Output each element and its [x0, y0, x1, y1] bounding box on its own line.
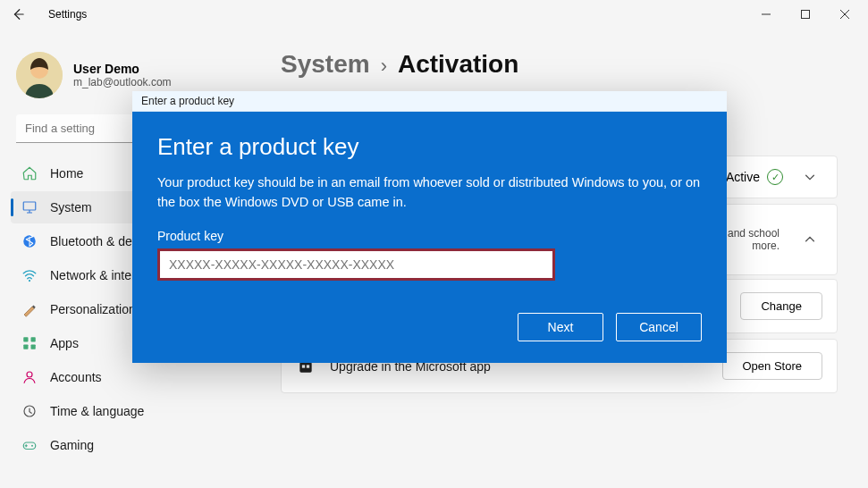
gaming-icon: [21, 437, 38, 453]
network-icon: [21, 267, 38, 283]
sidebar-item-accounts[interactable]: Accounts: [11, 361, 245, 393]
chevron-right-icon: ›: [381, 55, 387, 78]
svg-point-11: [27, 372, 32, 377]
activation-status-text: Active: [726, 170, 760, 184]
system-icon: [21, 199, 38, 215]
dialog-header: Enter a product key: [132, 91, 727, 112]
product-key-dialog: Enter a product key Enter a product key …: [132, 91, 727, 363]
accounts-icon: [21, 369, 38, 385]
check-icon: ✓: [767, 169, 783, 185]
product-key-label: Product key: [157, 229, 702, 243]
svg-point-6: [29, 280, 30, 282]
expand-button[interactable]: [797, 171, 822, 183]
profile-name: User Demo: [73, 62, 172, 76]
svg-rect-17: [302, 365, 305, 367]
close-button[interactable]: [825, 0, 864, 29]
svg-point-14: [31, 445, 33, 447]
sidebar-item-label: Apps: [50, 336, 79, 350]
minimize-button[interactable]: [746, 0, 786, 29]
dialog-title: Enter a product key: [157, 133, 702, 161]
change-button[interactable]: Change: [740, 292, 822, 320]
svg-rect-16: [299, 362, 311, 373]
sidebar-item-label: Accounts: [50, 370, 102, 384]
sidebar-item-label: Personalization: [50, 302, 136, 316]
bluetooth-icon: [21, 233, 38, 249]
dialog-description: Your product key should be in an email f…: [157, 173, 702, 213]
next-button[interactable]: Next: [518, 313, 603, 341]
breadcrumb-parent[interactable]: System: [281, 50, 370, 79]
sidebar-item-label: Time & language: [50, 404, 144, 418]
back-button[interactable]: [4, 0, 32, 29]
avatar: [16, 52, 63, 98]
time-icon: [21, 403, 38, 419]
apps-icon: [21, 335, 38, 351]
sidebar-item-time[interactable]: Time & language: [11, 395, 245, 427]
open-store-button[interactable]: Open Store: [722, 352, 823, 380]
sidebar-item-label: Home: [50, 166, 83, 181]
svg-rect-18: [307, 365, 309, 367]
sidebar-item-gaming[interactable]: Gaming: [11, 429, 245, 461]
detail-text-2: more.: [728, 240, 780, 252]
profile-email: m_lab@outlook.com: [73, 76, 172, 88]
svg-rect-9: [23, 345, 28, 349]
breadcrumb-current: Activation: [398, 50, 518, 79]
sidebar-item-label: System: [50, 200, 92, 215]
svg-rect-8: [31, 337, 36, 341]
svg-rect-1: [802, 11, 810, 19]
collapse-button[interactable]: [797, 233, 822, 246]
detail-text-1: and school: [728, 227, 780, 240]
sidebar-item-label: Gaming: [50, 438, 94, 452]
cancel-button[interactable]: Cancel: [616, 313, 702, 341]
titlebar: Settings: [0, 0, 868, 29]
svg-rect-4: [23, 202, 36, 210]
window-title: Settings: [32, 8, 87, 21]
maximize-button[interactable]: [786, 0, 825, 29]
product-key-field-wrap: [157, 248, 555, 281]
breadcrumb: System › Activation: [281, 50, 838, 79]
personalization-icon: [21, 301, 38, 317]
svg-rect-10: [31, 345, 36, 349]
home-icon: [21, 165, 38, 181]
product-key-input[interactable]: [160, 251, 552, 278]
svg-rect-7: [23, 337, 28, 341]
